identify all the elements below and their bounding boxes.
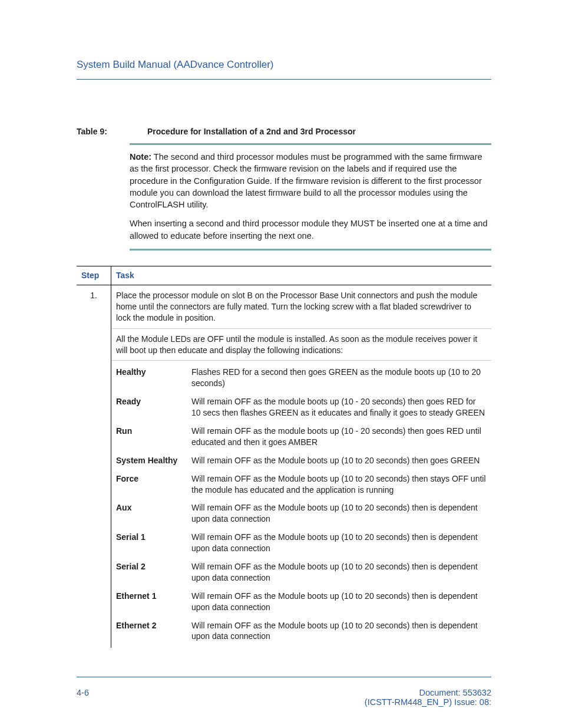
table-caption: Table 9: Procedure for Installation of a…	[77, 127, 491, 136]
note-box: Note: The second and third processor mod…	[130, 143, 491, 251]
led-name: Healthy	[116, 367, 191, 389]
table-row: 1. Place the processor module on slot B …	[77, 285, 491, 648]
led-name: System Healthy	[116, 455, 191, 466]
document-number: Document: 553632	[365, 688, 491, 697]
led-row: Serial 1Will remain OFF as the Module bo…	[116, 528, 487, 558]
led-description: Will remain OFF as the Module boots up (…	[191, 502, 487, 525]
led-row: Serial 2Will remain OFF as the Module bo…	[116, 558, 487, 587]
procedure-table: Step Task 1. Place the processor module …	[77, 266, 491, 648]
led-row: System HealthyWill remain OFF as the Mod…	[116, 452, 487, 470]
led-name: Force	[116, 473, 191, 496]
led-row: ForceWill remain OFF as the Module boots…	[116, 470, 487, 499]
page-header-title: System Build Manual (AADvance Controller…	[77, 59, 491, 71]
led-name: Run	[116, 426, 191, 448]
led-name: Ready	[116, 396, 191, 419]
col-header-task: Task	[111, 266, 492, 285]
led-description: Flashes RED for a second then goes GREEN…	[191, 367, 487, 389]
footer-rule	[77, 677, 491, 677]
step-number: 1.	[77, 285, 111, 648]
page-footer: 4-6 Document: 553632 (ICSTT-RM448_EN_P) …	[77, 677, 491, 707]
led-description: Will remain OFF as the Module boots up (…	[191, 455, 487, 466]
led-name: Aux	[116, 502, 191, 525]
led-row: Ethernet 1Will remain OFF as the Module …	[116, 587, 487, 617]
note-text-1: The second and third processor modules m…	[130, 152, 482, 209]
led-description: Will remain OFF as the Module boots up (…	[191, 591, 487, 613]
note-label: Note:	[130, 152, 151, 162]
note-paragraph-2: When inserting a second and third proces…	[130, 218, 491, 242]
led-description: Will remain OFF as the module boots up (…	[191, 426, 487, 448]
led-row: RunWill remain OFF as the module boots u…	[116, 422, 487, 452]
led-row: ReadyWill remain OFF as the module boots…	[116, 393, 487, 422]
document-issue: (ICSTT-RM448_EN_P) Issue: 08:	[365, 697, 491, 707]
page-number: 4-6	[77, 688, 89, 697]
led-name: Serial 2	[116, 561, 191, 584]
led-row: HealthyFlashes RED for a second then goe…	[116, 363, 487, 393]
table-title: Procedure for Installation of a 2nd and …	[147, 127, 356, 136]
led-description: Will remain OFF as the Module boots up (…	[191, 561, 487, 584]
led-name: Ethernet 1	[116, 591, 191, 613]
led-description: Will remain OFF as the Module boots up (…	[191, 532, 487, 554]
led-description: Will remain OFF as the Module boots up (…	[191, 473, 487, 496]
led-name: Serial 1	[116, 532, 191, 554]
led-name: Ethernet 2	[116, 620, 191, 643]
note-paragraph-1: Note: The second and third processor mod…	[130, 151, 491, 210]
document-page: System Build Manual (AADvance Controller…	[0, 0, 562, 728]
led-description: Will remain OFF as the Module boots up (…	[191, 620, 487, 643]
header-rule	[77, 79, 491, 80]
task-text-a: Place the processor module on slot B on …	[111, 285, 491, 329]
led-indicator-list: HealthyFlashes RED for a second then goe…	[111, 361, 491, 648]
led-row: Ethernet 2Will remain OFF as the Module …	[116, 617, 487, 646]
task-cell: Place the processor module on slot B on …	[111, 285, 492, 648]
led-row: AuxWill remain OFF as the Module boots u…	[116, 499, 487, 528]
table-label: Table 9:	[77, 127, 147, 136]
col-header-step: Step	[77, 266, 111, 285]
task-text-b: All the Module LEDs are OFF until the mo…	[111, 329, 491, 361]
led-description: Will remain OFF as the module boots up (…	[191, 396, 487, 419]
content-section: Table 9: Procedure for Installation of a…	[77, 127, 491, 648]
